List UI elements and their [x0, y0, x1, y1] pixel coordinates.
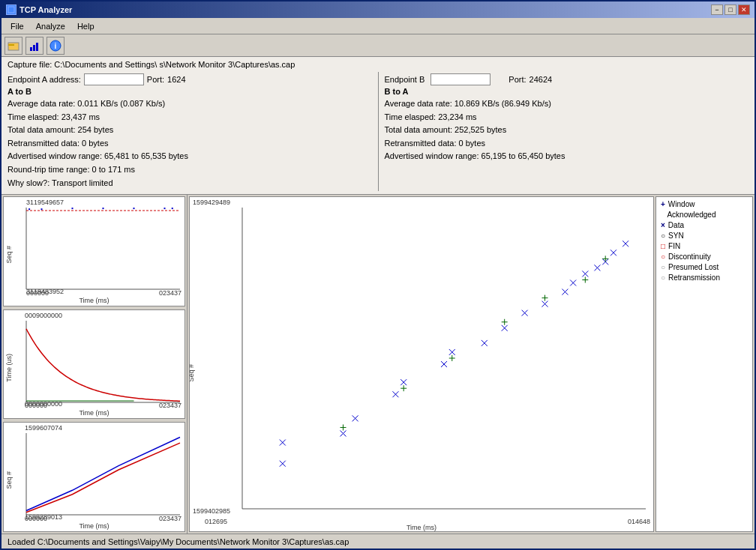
a-retrans: Retransmitted data: 0 bytes — [8, 137, 372, 151]
svg-rect-1 — [8, 43, 19, 50]
scatter-area: 1599429489 1599402985 012695 014648 Time… — [188, 195, 754, 534]
toolbar-open-button[interactable] — [4, 37, 22, 55]
endpoint-a-port-value: 1624 — [167, 75, 185, 84]
status-text: Loaded C:\Documents and Settings\Vaipy\M… — [8, 537, 349, 546]
endpoint-b-port-label: Port: — [508, 75, 526, 84]
legend-retransmission: ○ Retransmission — [661, 274, 748, 282]
chart3-panel: 1599607074 1599289013 Seq # Time (ms) 00… — [3, 422, 185, 532]
chart3-canvas — [4, 423, 184, 531]
toolbar-chart-button[interactable] — [26, 37, 44, 55]
legend-discontinuity-label: Discontinuity — [668, 253, 711, 261]
endpoint-b-address-input[interactable] — [430, 73, 490, 85]
legend-discontinuity: ○ Discontinuity — [661, 253, 748, 261]
chart1-panel: 3119549657 3119483952 Seq # Time (ms) 00… — [3, 196, 185, 306]
legend-window-symbol: + — [661, 200, 665, 208]
svg-text:i: i — [55, 42, 57, 50]
b-avg-data: Average data rate: 10.869 KB/s (86.949 K… — [385, 97, 749, 111]
b-time: Time elasped: 23,234 ms — [385, 111, 749, 124]
legend-fin: □ FIN — [661, 242, 748, 250]
legend-data-label: Data — [668, 221, 684, 229]
close-button[interactable]: ✕ — [738, 4, 750, 15]
title-bar: TCP Analyzer − □ ✕ — [2, 1, 754, 18]
b-stats: Average data rate: 10.869 KB/s (86.949 K… — [385, 97, 749, 163]
legend-acknowledged: Acknowledged — [661, 211, 748, 219]
endpoint-a-label: Endpoint A address: — [8, 75, 81, 84]
legend-panel: + Window Acknowledged × Data ○ SYN — [656, 196, 753, 532]
capture-label: Capture file: C:\Documents and Settings\ — [8, 60, 157, 69]
legend-window: + Window — [661, 200, 748, 208]
legend-presumed-lost: ○ Presumed Lost — [661, 263, 748, 271]
b-retrans: Retransmitted data: 0 bytes — [385, 137, 749, 151]
main-window: TCP Analyzer − □ ✕ File Analyze Help i — [0, 0, 756, 550]
b-total: Total data amount: 252,525 bytes — [385, 124, 749, 137]
menu-bar: File Analyze Help — [2, 18, 754, 34]
b-window: Advertised window range: 65,195 to 65,45… — [385, 150, 749, 163]
a-slow: Why slow?: Transport limited — [8, 177, 372, 190]
menu-file[interactable]: File — [4, 20, 30, 32]
endpoint-a-address-row: Endpoint A address: Port: 1624 — [8, 73, 372, 85]
chart2-canvas — [4, 310, 184, 419]
a-to-b-label: A to B — [8, 87, 372, 96]
capture-file-row: Capture file: C:\Documents and Settings\… — [8, 60, 748, 69]
window-controls: − □ ✕ — [711, 4, 750, 15]
endpoint-a-section: Endpoint A address: Port: 1624 A to B Av… — [8, 72, 372, 191]
legend-syn: ○ SYN — [661, 232, 748, 240]
minimize-button[interactable]: − — [711, 4, 723, 15]
a-time: Time elasped: 23,437 ms — [8, 111, 372, 124]
status-bar: Loaded C:\Documents and Settings\Vaipy\M… — [2, 534, 754, 549]
legend-retransmission-label: Retransmission — [668, 274, 720, 282]
info-panel: Capture file: C:\Documents and Settings\… — [2, 57, 754, 195]
legend-fin-symbol: □ — [661, 242, 665, 250]
right-area: 1599429489 1599402985 012695 014648 Time… — [188, 195, 754, 534]
svg-rect-4 — [33, 45, 35, 51]
a-window: Advertised window range: 65,481 to 65,53… — [8, 150, 372, 163]
legend-presumed-symbol: ○ — [661, 263, 665, 271]
svg-rect-0 — [8, 7, 14, 13]
menu-analyze[interactable]: Analyze — [30, 20, 71, 32]
capture-path: s\Network Monitor 3\Captures\as.cap — [159, 60, 295, 69]
b-to-a-label: B to A — [385, 87, 749, 96]
endpoint-divider — [378, 72, 379, 191]
legend-data-symbol: × — [661, 221, 665, 229]
main-content: 3119549657 3119483952 Seq # Time (ms) 00… — [2, 195, 754, 534]
legend-syn-label: SYN — [668, 232, 684, 240]
svg-rect-3 — [30, 47, 32, 51]
legend-window-label: Window — [668, 200, 695, 208]
toolbar-info-button[interactable]: i — [46, 37, 64, 55]
legend-syn-symbol: ○ — [661, 232, 665, 240]
chart2-panel: 0009000000 0000000000 Time (us) Time (ms… — [3, 309, 185, 420]
app-icon — [6, 4, 16, 15]
endpoint-a-address-input[interactable] — [84, 73, 144, 85]
window-title: TCP Analyzer — [20, 5, 72, 14]
a-rtt: Round-trip time range: 0 to 171 ms — [8, 163, 372, 177]
svg-rect-5 — [36, 43, 38, 51]
endpoint-b-label: Endpoint B — [385, 75, 425, 84]
toolbar: i — [2, 34, 754, 57]
left-charts: 3119549657 3119483952 Seq # Time (ms) 00… — [2, 195, 188, 534]
endpoint-a-port-label: Port: — [147, 75, 164, 84]
title-bar-left: TCP Analyzer — [6, 4, 72, 15]
legend-presumed-label: Presumed Lost — [668, 263, 718, 271]
endpoints-row: Endpoint A address: Port: 1624 A to B Av… — [8, 72, 748, 191]
legend-discontinuity-symbol: ○ — [661, 253, 665, 261]
a-total: Total data amount: 254 bytes — [8, 124, 372, 137]
legend-acknowledged-symbol — [661, 211, 664, 218]
legend-retransmission-symbol: ○ — [661, 274, 665, 282]
legend-fin-label: FIN — [668, 242, 680, 250]
a-avg-data: Average data rate: 0.011 KB/s (0.087 Kb/… — [8, 97, 372, 111]
scatter-panel: 1599429489 1599402985 012695 014648 Time… — [189, 196, 654, 532]
a-stats: Average data rate: 0.011 KB/s (0.087 Kb/… — [8, 97, 372, 190]
scatter-canvas — [190, 197, 653, 531]
chart1-canvas — [4, 197, 184, 306]
svg-rect-2 — [8, 44, 14, 46]
endpoint-b-port-value: 24624 — [530, 75, 553, 84]
endpoint-b-address-row: Endpoint B Port: 24624 — [385, 73, 749, 85]
legend-acknowledged-label: Acknowledged — [667, 211, 716, 219]
maximize-button[interactable]: □ — [724, 4, 736, 15]
endpoint-b-section: Endpoint B Port: 24624 B to A Average da… — [385, 72, 749, 191]
menu-help[interactable]: Help — [71, 20, 100, 32]
legend-data: × Data — [661, 221, 748, 229]
